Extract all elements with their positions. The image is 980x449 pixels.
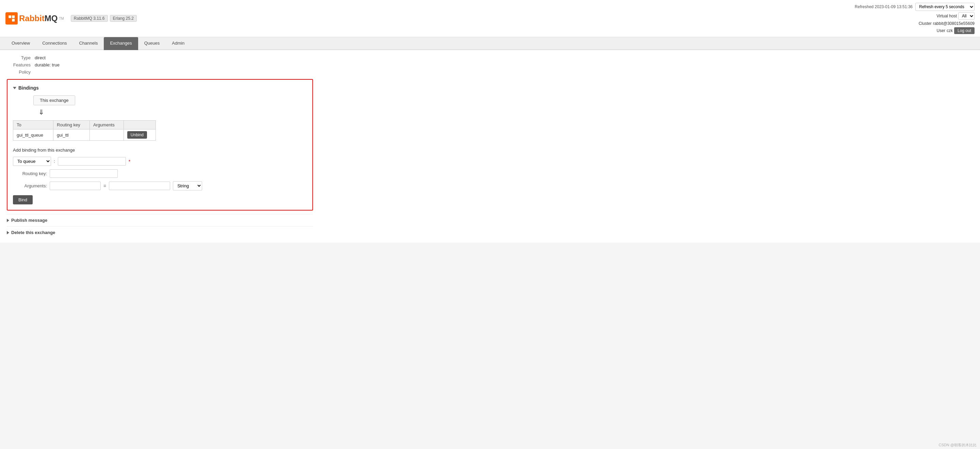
- refreshed-text: Refreshed 2023-01-09 13:51:36: [855, 5, 913, 9]
- main-content: Type direct Features durable: true Polic…: [7, 54, 313, 238]
- routing-key-label: Routing key:: [13, 171, 47, 176]
- table-row: gui_ttl_queue gui_ttl Unbind: [13, 129, 156, 141]
- features-value: durable: true: [35, 62, 60, 67]
- publish-message-header: Publish message: [7, 218, 313, 223]
- nav-item-queues[interactable]: Queues: [138, 37, 166, 50]
- svg-rect-2: [12, 19, 14, 21]
- info-row-policy: Policy: [7, 69, 313, 76]
- colon-separator: :: [54, 159, 55, 164]
- user-value: czk: [947, 28, 953, 33]
- bindings-collapse-arrow: [13, 87, 16, 89]
- header: RabbitMQ TM RabbitMQ 3.11.6 Erlang 25.2 …: [0, 0, 980, 37]
- svg-rect-1: [12, 15, 14, 18]
- add-binding-title: Add binding from this exchange: [13, 147, 307, 153]
- arguments-value-input[interactable]: [109, 182, 170, 190]
- delete-exchange-arrow: [7, 231, 9, 234]
- unbind-button[interactable]: Unbind: [127, 131, 147, 139]
- cluster-label: Cluster: [919, 21, 932, 26]
- to-queue-select[interactable]: To queue To exchange: [13, 157, 51, 166]
- rabbitmq-version-badge: RabbitMQ 3.11.6: [71, 15, 108, 22]
- bindings-section-header[interactable]: Bindings: [13, 85, 307, 91]
- nav-item-admin[interactable]: Admin: [166, 37, 191, 50]
- col-header-to: To: [13, 121, 53, 129]
- arguments-key-input[interactable]: [50, 182, 101, 190]
- refresh-select[interactable]: Refresh every 5 seconds Refresh every 10…: [915, 3, 975, 11]
- header-vhost-row: Virtual host All /: [937, 12, 975, 20]
- delete-exchange-section[interactable]: Delete this exchange: [7, 226, 313, 238]
- bindings-section-title: Bindings: [18, 85, 39, 91]
- nav-item-exchanges[interactable]: Exchanges: [104, 37, 138, 50]
- binding-action-cell: Unbind: [124, 129, 156, 141]
- col-header-arguments: Arguments: [89, 121, 124, 129]
- info-row-type: Type direct: [7, 54, 313, 61]
- type-label: Type: [7, 55, 30, 60]
- routing-key-input[interactable]: [50, 169, 118, 178]
- header-user-row: User czk Log out: [937, 27, 975, 34]
- arguments-row: Arguments: = String Number Boolean: [13, 181, 307, 190]
- routing-key-row: Routing key:: [13, 169, 307, 178]
- col-header-actions: [124, 121, 156, 129]
- required-star: *: [129, 159, 130, 164]
- equals-sign: =: [103, 183, 106, 189]
- cluster-value: rabbit@308015e55609: [933, 21, 975, 26]
- user-label: User: [937, 28, 945, 33]
- logo-area: RabbitMQ TM RabbitMQ 3.11.6 Erlang 25.2: [5, 12, 137, 24]
- erlang-version-badge: Erlang 25.2: [110, 15, 137, 22]
- navigation: Overview Connections Channels Exchanges …: [0, 37, 980, 50]
- logo: RabbitMQ TM: [5, 12, 64, 24]
- version-badges: RabbitMQ 3.11.6 Erlang 25.2: [71, 15, 137, 22]
- features-label: Features: [7, 62, 30, 67]
- logo-tm: TM: [59, 17, 64, 21]
- header-refresh-row: Refreshed 2023-01-09 13:51:36 Refresh ev…: [855, 3, 975, 11]
- publish-message-section[interactable]: Publish message: [7, 214, 313, 226]
- binding-routing-key-cell: gui_ttl: [53, 129, 90, 141]
- exchange-flow: This exchange ⇓: [13, 95, 307, 116]
- publish-message-title: Publish message: [11, 218, 47, 223]
- logout-button[interactable]: Log out: [954, 27, 975, 34]
- to-queue-row: To queue To exchange : *: [13, 157, 307, 166]
- svg-rect-0: [8, 15, 11, 18]
- delete-exchange-title: Delete this exchange: [11, 230, 55, 235]
- bindings-section: Bindings This exchange ⇓ To Routing key …: [7, 79, 313, 211]
- to-queue-input[interactable]: [58, 157, 126, 166]
- type-value: direct: [35, 55, 46, 60]
- binding-to-cell: gui_ttl_queue: [13, 129, 53, 141]
- binding-table-header-row: To Routing key Arguments: [13, 121, 156, 129]
- info-row-features: Features durable: true: [7, 61, 313, 69]
- binding-table: To Routing key Arguments gui_ttl_queue g…: [13, 120, 156, 141]
- policy-label: Policy: [7, 69, 30, 75]
- nav-item-overview[interactable]: Overview: [5, 37, 36, 50]
- header-cluster-row: Cluster rabbit@308015e55609: [919, 21, 975, 26]
- virtual-host-select[interactable]: All /: [958, 12, 975, 20]
- logo-text: RabbitMQ: [19, 14, 57, 23]
- col-header-routing-key: Routing key: [53, 121, 90, 129]
- page-body: Type direct Features durable: true Polic…: [0, 50, 980, 243]
- binding-arguments-cell: [89, 129, 124, 141]
- nav-item-connections[interactable]: Connections: [36, 37, 73, 50]
- exchange-info-table: Type direct Features durable: true Polic…: [7, 54, 313, 76]
- bind-button[interactable]: Bind: [13, 195, 33, 205]
- header-right: Refreshed 2023-01-09 13:51:36 Refresh ev…: [855, 3, 975, 34]
- logo-icon: [5, 12, 18, 24]
- nav-item-channels[interactable]: Channels: [73, 37, 104, 50]
- delete-exchange-header: Delete this exchange: [7, 230, 313, 235]
- this-exchange-box: This exchange: [33, 95, 75, 105]
- publish-message-arrow: [7, 219, 9, 222]
- down-arrows-icon: ⇓: [38, 108, 307, 116]
- arguments-label: Arguments:: [13, 183, 47, 189]
- arguments-type-select[interactable]: String Number Boolean: [173, 181, 202, 190]
- virtual-host-label: Virtual host: [937, 14, 957, 18]
